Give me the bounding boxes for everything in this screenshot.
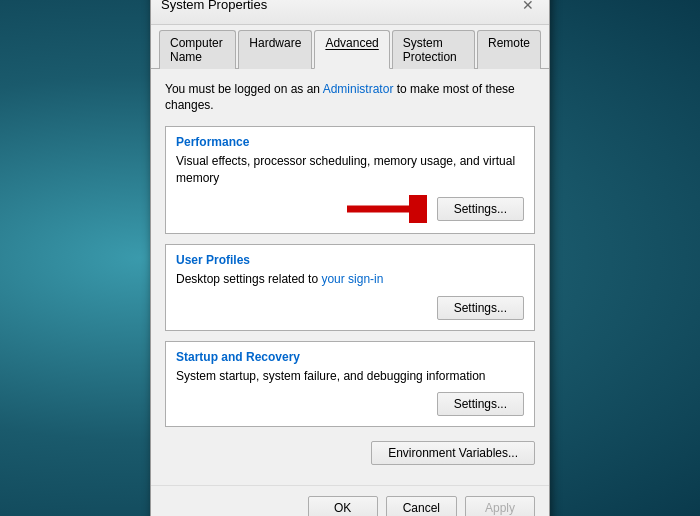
env-variables-row: Environment Variables...: [165, 437, 535, 473]
close-button[interactable]: ✕: [517, 0, 539, 16]
title-bar: System Properties ✕: [151, 0, 549, 25]
performance-section: Performance Visual effects, processor sc…: [165, 126, 535, 234]
sign-in-link[interactable]: your sign-in: [321, 272, 383, 286]
dialog-footer: OK Cancel Apply: [151, 485, 549, 516]
environment-variables-button[interactable]: Environment Variables...: [371, 441, 535, 465]
user-profiles-settings-button[interactable]: Settings...: [437, 296, 524, 320]
user-profiles-section: User Profiles Desktop settings related t…: [165, 244, 535, 331]
tab-bar: Computer Name Hardware Advanced System P…: [151, 25, 549, 69]
startup-recovery-description: System startup, system failure, and debu…: [176, 368, 524, 385]
user-profiles-description: Desktop settings related to your sign-in: [176, 271, 524, 288]
tab-advanced[interactable]: Advanced: [314, 30, 389, 69]
system-properties-dialog: System Properties ✕ Computer Name Hardwa…: [150, 0, 550, 516]
dialog-title: System Properties: [161, 0, 267, 12]
tab-system-protection[interactable]: System Protection: [392, 30, 475, 69]
arrow-icon: [347, 195, 427, 223]
apply-button[interactable]: Apply: [465, 496, 535, 516]
startup-recovery-section: Startup and Recovery System startup, sys…: [165, 341, 535, 428]
user-profiles-title: User Profiles: [176, 253, 524, 267]
tab-remote[interactable]: Remote: [477, 30, 541, 69]
info-text: You must be logged on as an Administrato…: [165, 81, 535, 115]
cancel-button[interactable]: Cancel: [386, 496, 457, 516]
content-area: You must be logged on as an Administrato…: [151, 69, 549, 486]
startup-recovery-settings-button[interactable]: Settings...: [437, 392, 524, 416]
performance-title: Performance: [176, 135, 524, 149]
tab-hardware[interactable]: Hardware: [238, 30, 312, 69]
administrator-link[interactable]: Administrator: [323, 82, 394, 96]
performance-settings-button[interactable]: Settings...: [437, 197, 524, 221]
tab-computer-name[interactable]: Computer Name: [159, 30, 236, 69]
performance-description: Visual effects, processor scheduling, me…: [176, 153, 524, 187]
startup-recovery-title: Startup and Recovery: [176, 350, 524, 364]
ok-button[interactable]: OK: [308, 496, 378, 516]
